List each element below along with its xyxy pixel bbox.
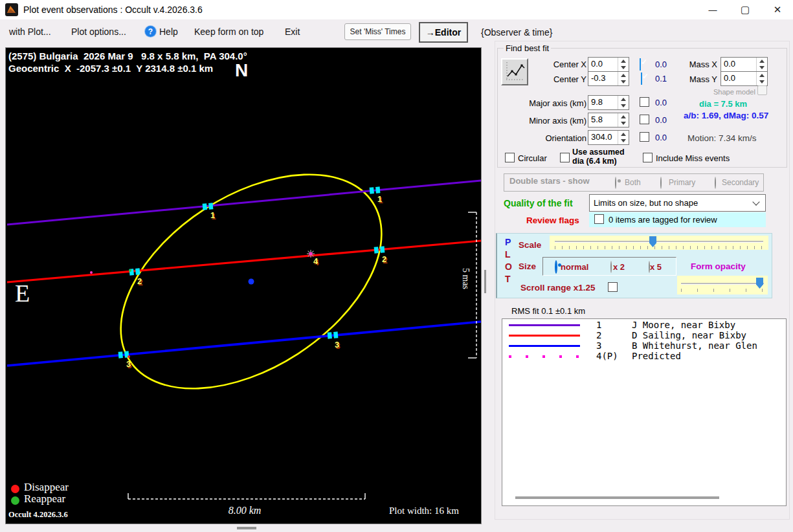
chord-3-label: 3: [335, 340, 339, 349]
minor-sigma-value: 0.0: [655, 115, 667, 125]
set-miss-times-button[interactable]: Set 'Miss' Times: [344, 23, 411, 40]
menu-keep-on-top[interactable]: Keep form on top: [194, 27, 263, 37]
legend-num: 3: [596, 340, 601, 351]
legend-observer: Predicted: [632, 351, 681, 361]
disappear-label: Disappear: [24, 481, 69, 494]
editor-button[interactable]: →Editor: [419, 22, 468, 43]
size-normal-radio[interactable]: [555, 260, 557, 274]
legend-observer: B Whitehurst, near Glen: [632, 340, 757, 351]
find-best-fit-title: Find best fit: [504, 43, 551, 53]
size-label: Size: [519, 261, 536, 271]
center-y-spin-buttons[interactable]: [618, 72, 629, 85]
center-x-spin-buttons[interactable]: [618, 58, 629, 71]
orientation-spinner[interactable]: 304.0: [588, 130, 629, 145]
mass-y-spin-buttons[interactable]: [756, 72, 767, 85]
center-x-sigma-checkbox[interactable]: [640, 58, 641, 71]
minimize-button[interactable]: —: [698, 0, 728, 19]
major-sigma-checkbox[interactable]: [640, 97, 649, 107]
legend-observer: D Sailing, near Bixby: [632, 330, 746, 340]
form-opacity-slider-thumb[interactable]: [756, 278, 763, 289]
occultation-plot-canvas[interactable]: 1 1 2 2 3 3 4 5 mas N E: [5, 47, 482, 524]
plot-vertical-t: T: [505, 274, 511, 284]
list-item[interactable]: 2 D Sailing, near Bixby: [502, 329, 785, 340]
center-y-spinner[interactable]: -0.3: [588, 71, 629, 86]
double-stars-label: Double stars - show: [509, 176, 590, 186]
use-assumed-dia-checkbox[interactable]: [560, 153, 570, 162]
major-axis-spin-buttons[interactable]: [618, 96, 629, 109]
occult-version-label: Occult 4.2026.3.6: [8, 510, 68, 520]
vertical-splitter-handle[interactable]: [484, 270, 486, 293]
shape-model-checkbox: [757, 85, 767, 95]
legend-observer: J Moore, near Bixby: [632, 320, 735, 330]
center-x-value: 0.0: [588, 58, 618, 71]
plot-vertical-l: L: [505, 249, 511, 260]
menu-exit[interactable]: Exit: [285, 27, 300, 37]
circular-checkbox[interactable]: [505, 153, 515, 162]
help-icon[interactable]: ?: [145, 26, 156, 37]
center-y-value: -0.3: [588, 72, 618, 85]
line-chart-icon: [503, 60, 526, 83]
menu-with-plot[interactable]: with Plot...: [9, 27, 51, 37]
plot-graphics: 1 1 2 2 3 3 4 5 mas N E: [6, 48, 481, 524]
list-item[interactable]: 4(P) Predicted: [502, 350, 785, 360]
double-stars-primary-radio: [660, 177, 662, 189]
minor-axis-value: 5.8: [588, 113, 618, 127]
run-fit-button[interactable]: [501, 58, 528, 85]
chord-1-label: 1: [210, 210, 215, 220]
plot-vertical-p: P: [505, 237, 511, 247]
predicted-path-dot: [90, 271, 93, 274]
menu-help[interactable]: Help: [159, 27, 178, 37]
mass-x-value: 0.0: [721, 58, 756, 71]
minor-axis-spinner[interactable]: 5.8: [588, 113, 629, 127]
center-x-sigma-value: 0.0: [655, 60, 667, 69]
use-assumed-label-1: Use assumed: [572, 148, 625, 157]
center-y-sigma-checkbox[interactable]: [641, 72, 642, 85]
disappear-dot-icon: [11, 485, 19, 493]
orientation-sigma-value: 0.0: [655, 133, 667, 142]
minor-sigma-checkbox[interactable]: [640, 115, 649, 124]
ellipse-center-dot: [249, 279, 254, 285]
review-flags-label: Review flags: [526, 216, 579, 225]
double-stars-both-label: Both: [625, 178, 641, 187]
form-opacity-slider[interactable]: [677, 276, 768, 294]
center-x-spinner[interactable]: 0.0: [588, 57, 629, 72]
menu-plot-options[interactable]: Plot options...: [71, 27, 126, 37]
mass-x-spinner[interactable]: 0.0: [720, 57, 768, 72]
list-scrollbar-thumb[interactable]: [515, 496, 719, 499]
scroll-range-label: Scroll range x1.25: [520, 283, 596, 293]
maximize-button[interactable]: ▢: [730, 0, 760, 19]
size-x5-label: x 5: [650, 262, 662, 272]
legend-num: 2: [596, 330, 601, 340]
chord-2-label: 2: [382, 254, 386, 264]
include-miss-checkbox[interactable]: [643, 153, 653, 162]
list-item[interactable]: 3 B Whitehurst, near Glen: [502, 340, 785, 350]
orientation-label: Orientation: [498, 133, 586, 143]
plot-title-line2: Geocentric X -2057.3 ±0.1 Y 2314.8 ±0.1 …: [8, 63, 213, 74]
motion-readout: Motion: 7.34 km/s: [687, 133, 757, 143]
major-axis-spinner[interactable]: 9.8: [588, 95, 629, 110]
horizontal-scrollbar-thumb[interactable]: [237, 527, 256, 529]
scroll-range-checkbox[interactable]: [608, 282, 618, 292]
close-button[interactable]: ✕: [763, 0, 792, 19]
double-stars-primary-label: Primary: [669, 178, 695, 187]
mas-scale-label: 5 mas: [461, 268, 471, 289]
list-item[interactable]: 1 J Moore, near Bixby: [502, 319, 785, 329]
size-x2-radio[interactable]: [610, 261, 612, 273]
orientation-value: 304.0: [588, 131, 618, 144]
orientation-spin-buttons[interactable]: [618, 131, 629, 144]
scale-slider[interactable]: [550, 236, 768, 250]
observer-legend-listbox[interactable]: 1 J Moore, near Bixby 2 D Sailing, near …: [502, 318, 787, 506]
mass-x-spin-buttons[interactable]: [756, 58, 767, 71]
chord-2-line: [7, 241, 481, 282]
mass-y-spinner[interactable]: 0.0: [720, 71, 768, 86]
chord-2-label: 2: [137, 276, 142, 286]
center-y-sigma-value: 0.1: [655, 74, 667, 83]
major-sigma-value: 0.0: [655, 98, 667, 107]
minor-axis-spin-buttons[interactable]: [618, 113, 629, 127]
review-flags-checkbox[interactable]: [594, 214, 604, 224]
quality-of-fit-dropdown[interactable]: Limits on size, but no shape: [589, 194, 766, 212]
orientation-sigma-checkbox[interactable]: [640, 132, 649, 142]
app-logo-icon: [5, 3, 18, 16]
chord-3-legend-line: [509, 345, 580, 347]
chevron-down-icon: [752, 198, 759, 205]
